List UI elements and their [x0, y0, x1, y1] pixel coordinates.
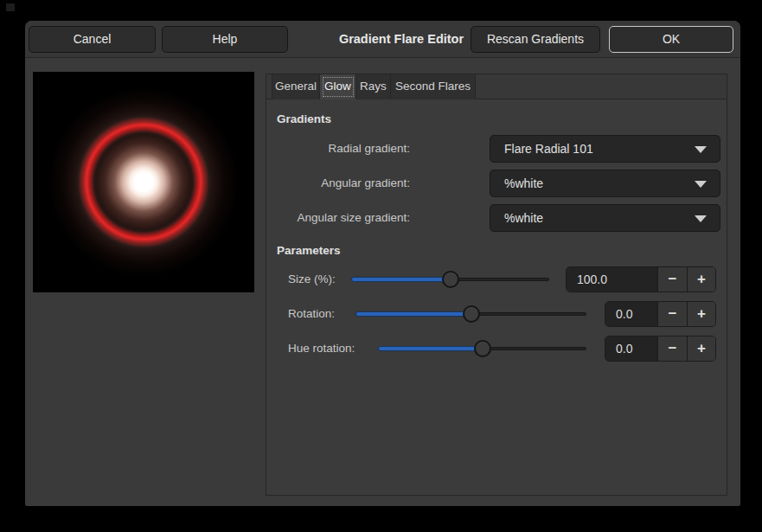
- tab-rays[interactable]: Rays: [356, 74, 391, 99]
- rescan-gradients-button[interactable]: Rescan Gradients: [471, 26, 600, 53]
- radial-gradient-dropdown[interactable]: Flare Radial 101: [490, 135, 720, 163]
- gradient-flare-editor-dialog: Cancel Help Gradient Flare Editor Rescan…: [25, 21, 740, 506]
- size-decrement-button[interactable]: −: [657, 267, 687, 292]
- radial-gradient-value: Flare Radial 101: [504, 136, 593, 162]
- size-spinbox: 100.0 − +: [566, 266, 716, 292]
- angular-gradient-label: Angular gradient:: [266, 176, 410, 191]
- flare-preview: [33, 72, 254, 292]
- slider-thumb[interactable]: [442, 271, 459, 288]
- rotation-increment-button[interactable]: +: [687, 302, 715, 326]
- desktop-background: Cancel Help Gradient Flare Editor Rescan…: [0, 0, 762, 532]
- hue-rotation-slider[interactable]: [378, 340, 586, 357]
- size-increment-button[interactable]: +: [687, 267, 715, 292]
- plus-icon: +: [697, 340, 706, 356]
- tab-second-flares[interactable]: Second Flares: [391, 74, 476, 99]
- rotation-decrement-button[interactable]: −: [657, 302, 687, 326]
- angular-gradient-value: %white: [504, 170, 543, 196]
- chevron-down-icon: [695, 215, 707, 222]
- minus-icon: −: [669, 305, 677, 322]
- size-label: Size (%):: [288, 272, 336, 287]
- parameters-section-title: Parameters: [277, 244, 341, 258]
- chevron-down-icon: [695, 146, 707, 153]
- slider-fill: [378, 346, 483, 351]
- cancel-button[interactable]: Cancel: [29, 26, 156, 53]
- chevron-down-icon: [695, 181, 707, 188]
- hue-rotation-label: Hue rotation:: [288, 341, 355, 356]
- hue-rotation-value-field[interactable]: 0.0: [605, 337, 657, 361]
- flare-image: [33, 72, 254, 292]
- help-button[interactable]: Help: [162, 26, 288, 53]
- angular-size-gradient-value: %white: [504, 205, 543, 231]
- hue-rotation-decrement-button[interactable]: −: [657, 337, 687, 361]
- rotation-label: Rotation:: [288, 306, 335, 322]
- radial-gradient-label: Radial gradient:: [266, 141, 410, 157]
- ok-button[interactable]: OK: [609, 26, 733, 53]
- slider-thumb[interactable]: [463, 305, 480, 323]
- gradients-section-title: Gradients: [277, 112, 331, 126]
- angular-size-gradient-dropdown[interactable]: %white: [490, 204, 720, 232]
- rotation-slider[interactable]: [355, 305, 586, 323]
- rotation-value-field[interactable]: 0.0: [605, 302, 657, 326]
- tab-general[interactable]: General: [272, 74, 320, 99]
- minus-icon: −: [669, 340, 677, 356]
- size-slider[interactable]: [351, 271, 549, 288]
- window-artifact: [6, 3, 15, 11]
- hue-rotation-spinbox: 0.0 − +: [605, 336, 716, 362]
- dialog-title: Gradient Flare Editor: [311, 21, 492, 58]
- slider-thumb[interactable]: [474, 340, 491, 357]
- slider-fill: [355, 311, 471, 317]
- header-bar: Cancel Help Gradient Flare Editor Rescan…: [25, 21, 740, 58]
- slider-fill: [351, 277, 451, 282]
- plus-icon: +: [697, 271, 706, 287]
- minus-icon: −: [669, 271, 677, 287]
- angular-size-gradient-label: Angular size gradient:: [266, 210, 410, 226]
- size-value-field[interactable]: 100.0: [567, 267, 657, 292]
- angular-gradient-dropdown[interactable]: %white: [490, 170, 720, 197]
- tab-glow[interactable]: Glow: [320, 74, 356, 99]
- settings-notebook: General Glow Rays Second Flares Gradient…: [266, 74, 727, 496]
- plus-icon: +: [697, 305, 706, 322]
- tab-bar: General Glow Rays Second Flares: [266, 74, 727, 99]
- hue-rotation-increment-button[interactable]: +: [687, 337, 715, 361]
- rotation-spinbox: 0.0 − +: [605, 301, 716, 327]
